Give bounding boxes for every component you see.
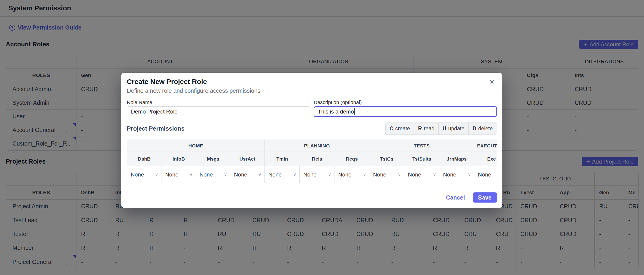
dropdown-value: None (443, 171, 456, 178)
column-header: DshB (127, 152, 162, 166)
dropdown-value: None (373, 171, 386, 178)
group-tests: TESTS (369, 140, 474, 152)
column-header: TstCs (369, 152, 404, 166)
chevron-down-icon: ∨ (155, 172, 158, 177)
description-label: Description (optional) (314, 99, 497, 106)
permission-dropdown[interactable]: None ∨ (474, 166, 497, 183)
dropdown-value: None (200, 171, 213, 178)
dropdown-value: None (268, 171, 282, 178)
permission-dropdown[interactable]: None ∨ (404, 166, 439, 183)
role-name-input[interactable]: Demo Project Role (127, 106, 310, 117)
cancel-button[interactable]: Cancel (446, 194, 465, 201)
permission-dropdown[interactable]: None ∨ (265, 166, 300, 183)
chevron-down-icon: ∨ (328, 172, 331, 177)
description-field: Description (optional) This is a demo (314, 99, 497, 117)
dropdown-value: None (303, 171, 316, 178)
chevron-down-icon: ∨ (224, 172, 227, 177)
column-header: TstSuits (404, 152, 439, 166)
permission-dropdown[interactable]: None ∨ (196, 166, 230, 183)
permission-dropdown[interactable]: None ∨ (162, 166, 196, 183)
close-icon[interactable]: ✕ (487, 77, 497, 86)
legend-key: D (472, 125, 476, 132)
column-header: Reqs (334, 152, 369, 166)
crud-legend: C create R read U update D delete (385, 122, 497, 135)
chevron-down-icon: ∨ (363, 172, 366, 177)
legend-key: R (418, 125, 422, 132)
legend-segment: U update (439, 123, 469, 134)
dropdown-value: None (338, 171, 351, 178)
column-header: Rels (300, 152, 334, 166)
chevron-down-icon: ∨ (398, 172, 401, 177)
create-project-role-modal: Create New Project Role Define a new rol… (121, 73, 502, 208)
permissions-table: HOME PLANNING TESTS EXECUTION DshB InfoB… (127, 140, 497, 183)
permission-dropdown[interactable]: None ∨ (369, 166, 404, 183)
project-permissions-row: Project Permissions C create R read U up… (127, 122, 497, 134)
chevron-down-icon: ∨ (190, 172, 193, 177)
dropdown-value: None (165, 171, 178, 178)
column-header: Msgs (196, 152, 230, 166)
group-execution: EXECUTION (474, 140, 497, 152)
dropdown-value: None (478, 171, 491, 178)
chevron-down-icon: ∨ (258, 172, 262, 177)
permission-dropdown[interactable]: None ∨ (300, 166, 334, 183)
legend-word: read (424, 125, 434, 132)
dropdown-value: None (408, 171, 421, 178)
legend-segment: R read (414, 123, 439, 134)
description-input[interactable]: This is a demo (314, 106, 497, 117)
description-value: This is a demo (318, 108, 354, 115)
column-header: UsrAct (230, 152, 265, 166)
modal-header: Create New Project Role Define a new rol… (127, 77, 497, 94)
permissions-dropdown-row: None ∨ None ∨ None ∨ None (127, 166, 497, 183)
dropdown-value: None (234, 171, 247, 178)
permission-dropdown[interactable]: None ∨ (334, 166, 369, 183)
modal-footer: Cancel Save (127, 192, 497, 203)
role-name-field: Role Name Demo Project Role (127, 99, 310, 117)
legend-word: delete (478, 125, 493, 132)
legend-word: update (448, 125, 464, 132)
role-name-label: Role Name (127, 99, 310, 106)
text-caret (354, 108, 354, 115)
permission-dropdown[interactable]: None ∨ (439, 166, 474, 183)
save-button[interactable]: Save (473, 192, 497, 203)
chevron-down-icon: ∨ (468, 172, 471, 177)
group-home: HOME (127, 140, 265, 152)
legend-word: create (395, 125, 410, 132)
column-header: JrnMaps (439, 152, 474, 166)
project-permissions-heading: Project Permissions (127, 125, 184, 132)
legend-segment: D delete (469, 123, 497, 134)
legend-key: U (442, 125, 446, 132)
group-planning: PLANNING (265, 140, 369, 152)
permission-dropdown[interactable]: None ∨ (230, 166, 265, 183)
legend-segment: C create (386, 123, 414, 134)
chevron-down-icon: ∨ (433, 172, 436, 177)
chevron-down-icon: ∨ (293, 172, 296, 177)
modal-title: Create New Project Role (127, 77, 260, 86)
role-name-value: Demo Project Role (131, 108, 178, 115)
permission-dropdown[interactable]: None ∨ (127, 166, 162, 183)
column-header: InfoB (162, 152, 196, 166)
permissions-group-row: HOME PLANNING TESTS EXECUTION (127, 140, 497, 152)
column-header: Tmln (265, 152, 300, 166)
modal-fields: Role Name Demo Project Role Description … (127, 99, 497, 117)
modal-header-text: Create New Project Role Define a new rol… (127, 77, 260, 94)
legend-key: C (390, 125, 394, 132)
dropdown-value: None (131, 171, 144, 178)
modal-subtitle: Define a new role and configure access p… (127, 87, 260, 94)
column-header: Exe (474, 152, 497, 166)
permissions-column-row: DshB InfoB Msgs UsrAct Tmln Rels Reqs Ts… (127, 152, 497, 166)
